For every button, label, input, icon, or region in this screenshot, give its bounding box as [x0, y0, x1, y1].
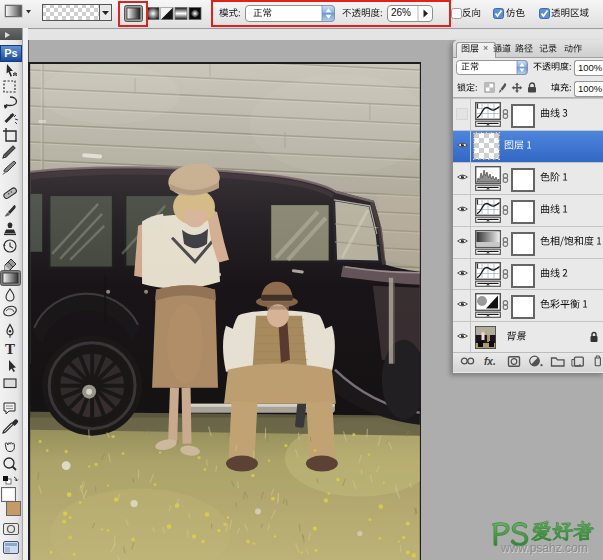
svg-text:T: T [5, 341, 15, 357]
svg-text:fx.: fx. [484, 356, 496, 367]
